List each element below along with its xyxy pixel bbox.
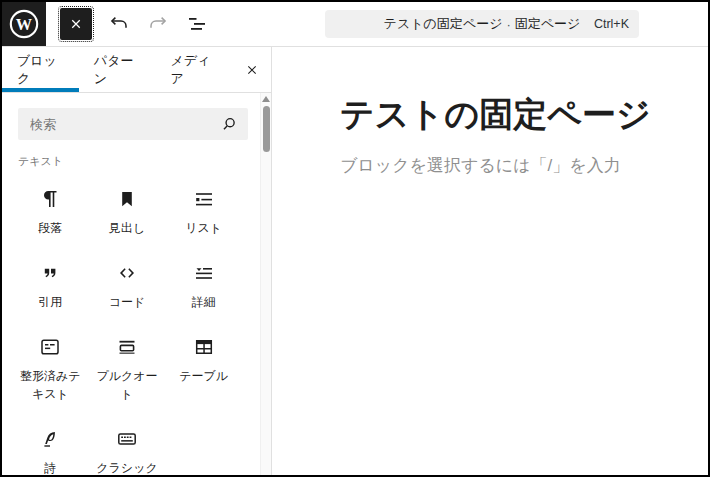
block-appender-placeholder[interactable]: ブロックを選択するには「/」を入力 [340,154,640,177]
tab-2[interactable]: メディア [155,47,232,92]
code-icon [115,261,139,285]
heading-icon [115,187,139,211]
close-inserter-button[interactable] [232,47,271,92]
document-post-type: 固定ページ [515,15,581,33]
close-icon [244,62,260,78]
close-icon [67,15,85,33]
quote-icon [38,261,62,285]
wordpress-logo-icon: W [7,7,41,41]
details-icon [192,261,216,285]
classic-icon [115,427,139,451]
block-category-label: テキスト [18,154,244,169]
block-item-label: 段落 [38,219,62,237]
close-editor-button[interactable] [60,8,92,40]
list-view-button[interactable] [185,12,209,36]
preformatted-icon [38,335,62,359]
block-item-2[interactable]: リスト [165,175,242,249]
block-search-input[interactable] [28,116,218,133]
block-item-label: テーブル [179,367,228,385]
paragraph-icon [38,187,62,211]
list-icon [192,187,216,211]
block-item-6[interactable]: 整形済みテキスト [12,323,89,415]
block-item-7[interactable]: プルクオート [89,323,166,415]
block-item-3[interactable]: 引用 [12,249,89,323]
tab-0[interactable]: ブロック [2,47,79,92]
block-item-label: 引用 [38,293,62,311]
inserter-scroll-area: テキスト 段落見出しリスト引用コード詳細整形済みテキストプルクオートテーブル詩ク… [2,93,271,475]
pullquote-icon [115,335,139,359]
post-title-field[interactable]: テストの固定ページ [340,94,640,135]
block-search-box [18,108,248,140]
command-palette-shortcut: Ctrl+K [594,17,629,31]
tab-label: ブロック [17,52,64,88]
document-title: テストの固定ページ [384,15,503,33]
block-item-10[interactable]: クラシック [89,415,166,475]
list-view-icon [185,12,209,36]
verse-icon [38,427,62,451]
wordpress-logo-button[interactable]: W [2,2,46,46]
sidebar-scrollbar[interactable] [260,93,271,475]
block-item-label: プルクオート [91,367,164,403]
editor-canvas: テストの固定ページ ブロックを選択するには「/」を入力 [272,47,708,475]
scrollbar-up-arrow[interactable] [262,96,270,102]
block-item-5[interactable]: 詳細 [165,249,242,323]
redo-icon [146,12,170,36]
block-item-label: リスト [185,219,222,237]
block-inserter-sidebar: ブロックパターンメディア [2,47,272,475]
svg-text:W: W [16,15,33,34]
undo-icon [107,12,131,36]
block-item-label: 詳細 [192,293,216,311]
block-grid: 段落見出しリスト引用コード詳細整形済みテキストプルクオートテーブル詩クラシック [12,175,242,475]
table-icon [192,335,216,359]
tab-1[interactable]: パターン [79,47,156,92]
document-bar[interactable]: テストの固定ページ · 固定ページ Ctrl+K [325,10,639,38]
block-item-8[interactable]: テーブル [165,323,242,415]
undo-button[interactable] [107,12,131,36]
block-item-9[interactable]: 詩 [12,415,89,475]
document-separator: · [506,17,510,32]
scrollbar-thumb[interactable] [263,106,270,152]
block-item-label: 見出し [109,219,145,237]
redo-button[interactable] [146,12,170,36]
editor-topbar: W [2,2,708,47]
wordpress-block-editor: W [0,0,710,477]
search-icon [218,113,240,135]
block-item-1[interactable]: 見出し [89,175,166,249]
block-item-label: 詩 [44,459,56,475]
editor-body: ブロックパターンメディア [2,47,708,475]
block-item-label: コード [109,293,146,311]
block-item-label: 整形済みテキスト [14,367,87,403]
tab-label: パターン [94,52,141,88]
block-item-label: クラシック [96,459,157,475]
inserter-tabs: ブロックパターンメディア [2,47,271,93]
block-item-0[interactable]: 段落 [12,175,89,249]
block-item-4[interactable]: コード [89,249,166,323]
tab-label: メディア [170,52,217,88]
